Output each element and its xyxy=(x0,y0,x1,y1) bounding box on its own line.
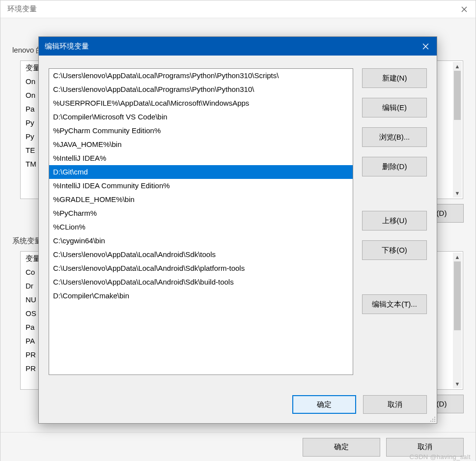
edit-env-var-dialog: 编辑环境变量 C:\Users\lenovo\AppData\Local\Pro… xyxy=(38,36,437,424)
scroll-thumb[interactable] xyxy=(454,261,461,330)
svg-point-5 xyxy=(434,421,435,422)
parent-cancel-button[interactable]: 取消 xyxy=(386,438,464,457)
path-row[interactable]: %PyCharm Community Edition% xyxy=(49,124,353,138)
path-row[interactable]: %PyCharm% xyxy=(49,206,353,220)
side-button-column: 新建(N) 编辑(E) 浏览(B)... 删除(D) 上移(U) 下移(O) 编… xyxy=(362,68,427,314)
modal-ok-button[interactable]: 确定 xyxy=(292,395,356,414)
user-vars-scrollbar[interactable]: ▲ ▼ xyxy=(453,62,462,198)
path-row[interactable]: C:\Users\lenovo\AppData\Local\Android\Sd… xyxy=(49,275,353,289)
modal-cancel-button[interactable]: 取消 xyxy=(363,395,427,414)
parent-titlebar: 环境变量 xyxy=(0,0,476,18)
modal-footer: 确定 取消 xyxy=(39,386,437,423)
parent-title: 环境变量 xyxy=(7,4,37,14)
parent-ok-button[interactable]: 确定 xyxy=(303,438,380,457)
svg-point-2 xyxy=(434,419,435,420)
system-vars-label: 系统变量 xyxy=(12,236,42,246)
system-vars-scrollbar[interactable]: ▲ ▼ xyxy=(453,253,462,388)
path-row[interactable]: %JAVA_HOME%\bin xyxy=(49,138,353,151)
modal-close-button[interactable] xyxy=(414,37,437,56)
path-row[interactable]: D:\Git\cmd xyxy=(49,165,353,179)
move-up-button[interactable]: 上移(U) xyxy=(362,211,427,230)
resize-grip-icon[interactable] xyxy=(429,415,436,422)
path-row[interactable]: %IntelliJ IDEA% xyxy=(49,151,353,165)
path-row[interactable]: D:\Compiler\Cmake\bin xyxy=(49,289,353,303)
browse-button[interactable]: 浏览(B)... xyxy=(362,127,427,147)
modal-titlebar[interactable]: 编辑环境变量 xyxy=(39,37,437,56)
path-row[interactable]: %GRADLE_HOME%\bin xyxy=(49,193,353,206)
edit-button[interactable]: 编辑(E) xyxy=(362,98,427,117)
scroll-down-icon[interactable]: ▼ xyxy=(453,379,462,388)
path-row[interactable]: C:\Users\lenovo\AppData\Local\Android\Sd… xyxy=(49,261,353,275)
path-row[interactable]: %CLion% xyxy=(49,220,353,234)
scroll-up-icon[interactable]: ▲ xyxy=(453,253,462,261)
svg-point-3 xyxy=(430,421,431,422)
scroll-down-icon[interactable]: ▼ xyxy=(453,189,462,198)
scroll-up-icon[interactable]: ▲ xyxy=(453,62,462,71)
path-row[interactable]: C:\Users\lenovo\AppData\Local\Android\Sd… xyxy=(49,248,353,261)
close-icon xyxy=(461,6,467,12)
path-row[interactable]: D:\Compiler\Microsoft VS Code\bin xyxy=(49,110,353,124)
move-down-button[interactable]: 下移(O) xyxy=(362,240,427,260)
delete-button[interactable]: 删除(D) xyxy=(362,157,427,176)
parent-footer: 确定 取消 xyxy=(0,432,476,461)
new-button[interactable]: 新建(N) xyxy=(362,68,427,88)
modal-title: 编辑环境变量 xyxy=(45,42,89,51)
path-row[interactable]: %IntelliJ IDEA Community Edition% xyxy=(49,179,353,193)
svg-point-1 xyxy=(432,419,433,420)
svg-point-4 xyxy=(432,421,433,422)
svg-point-0 xyxy=(434,417,435,418)
path-row[interactable]: %USERPROFILE%\AppData\Local\Microsoft\Wi… xyxy=(49,96,353,110)
scroll-thumb[interactable] xyxy=(454,71,461,120)
edit-text-button[interactable]: 编辑文本(T)... xyxy=(362,294,427,314)
path-row[interactable]: C:\Users\lenovo\AppData\Local\Programs\P… xyxy=(49,69,353,83)
path-row[interactable]: C:\Users\lenovo\AppData\Local\Programs\P… xyxy=(49,83,353,96)
parent-close-button[interactable] xyxy=(453,0,476,18)
close-icon xyxy=(422,43,429,50)
path-listbox[interactable]: C:\Users\lenovo\AppData\Local\Programs\P… xyxy=(49,68,353,375)
path-row[interactable]: C:\cygwin64\bin xyxy=(49,234,353,248)
modal-body: C:\Users\lenovo\AppData\Local\Programs\P… xyxy=(39,56,437,386)
